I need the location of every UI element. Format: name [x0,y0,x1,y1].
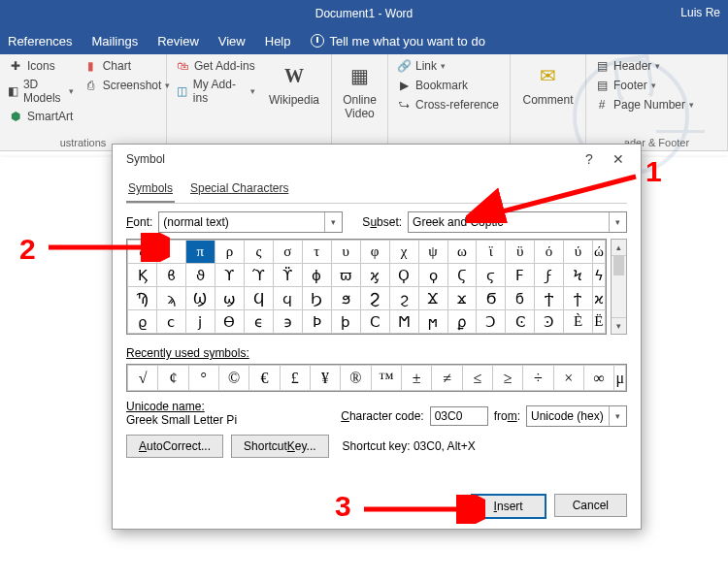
font-combo[interactable]: (normal text) ▾ [158,211,343,233]
symbol-cell[interactable]: Ϣ [185,287,215,310]
symbol-grid[interactable]: ςπρςστυφχψωϊϋόύώϏϐϑϒϓϔϕϖϗϘϙϚϛϜϝϞϟϠϡϢϣϤϥϦ… [126,239,607,335]
recent-symbol-cell[interactable]: ≠ [432,366,462,391]
comment-button[interactable]: ✉ Comment [518,58,578,109]
symbol-cell[interactable]: ϩ [389,287,418,310]
symbol-cell[interactable]: ώ [592,241,605,264]
scroll-down-icon[interactable]: ▾ [612,317,626,334]
recent-symbol-cell[interactable]: × [553,366,583,391]
my-addins-button[interactable]: ◫My Add-ins [175,78,255,105]
symbol-cell[interactable]: Ϲ [360,310,389,334]
symbol-cell[interactable]: ϋ [506,241,535,264]
symbol-cell[interactable]: ϐ [157,264,186,287]
symbol-cell[interactable]: ς [128,241,157,264]
dialog-close-button[interactable]: ✕ [604,145,633,174]
symbol-cell[interactable]: ϱ [128,310,157,334]
symbol-cell[interactable]: Ϯ [535,287,564,310]
symbol-cell[interactable]: Ϩ [360,287,389,310]
symbol-cell[interactable]: Ѐ [564,310,593,334]
symbol-cell[interactable]: ϻ [418,310,447,334]
symbol-cell[interactable]: π [185,241,215,264]
symbol-cell[interactable]: ρ [215,241,244,264]
symbol-cell[interactable]: Ϥ [244,287,273,310]
from-combo[interactable]: Unicode (hex) ▾ [526,405,627,427]
link-button[interactable]: 🔗Link [396,58,502,74]
symbol-cell[interactable]: ϵ [244,310,273,334]
scroll-up-icon[interactable]: ▴ [612,240,626,256]
symbol-cell[interactable]: Ϗ [128,264,157,287]
tab-references[interactable]: References [8,34,72,48]
symbol-cell[interactable]: ϓ [244,264,273,287]
symbol-cell[interactable]: ϟ [592,264,605,287]
symbol-cell[interactable]: ϑ [185,264,215,287]
recent-symbol-cell[interactable]: © [218,366,248,391]
grid-scrollbar[interactable]: ▴ ▾ [611,239,627,335]
recent-symbol-cell[interactable]: ¢ [158,366,188,391]
symbol-cell[interactable]: Ϸ [302,310,331,334]
symbol-cell[interactable]: ϫ [447,287,477,310]
symbol-cell[interactable]: Ϛ [447,264,477,287]
symbol-cell[interactable]: ϳ [185,310,215,334]
symbol-cell[interactable]: ς [244,241,273,264]
pagenumber-button[interactable]: #Page Number [594,97,719,113]
tab-mailings[interactable]: Mailings [91,34,138,48]
tab-special-characters[interactable]: Special Characters [188,178,290,203]
symbol-cell[interactable]: Ͼ [506,310,535,334]
cancel-button[interactable]: Cancel [554,494,627,517]
recent-symbol-cell[interactable]: ÷ [523,366,553,391]
symbol-cell[interactable]: ϰ [592,287,605,310]
recent-symbol-cell[interactable]: ® [341,366,371,391]
symbol-cell[interactable]: υ [331,241,360,264]
symbol-cell[interactable]: ω [447,241,477,264]
insert-button[interactable]: Insert [471,494,546,519]
symbol-cell[interactable]: ϙ [418,264,447,287]
symbol-cell[interactable]: ϴ [215,310,244,334]
symbol-cell[interactable]: χ [389,241,418,264]
tab-review[interactable]: Review [157,34,199,48]
symbol-cell[interactable]: ϭ [506,287,535,310]
symbol-cell[interactable]: Ϝ [506,264,535,287]
symbol-cell[interactable]: ϡ [157,287,186,310]
symbol-cell[interactable]: ϲ [157,310,186,334]
screenshot-button[interactable]: ⎙Screenshot [83,78,171,93]
symbol-cell[interactable]: ϝ [535,264,564,287]
symbol-cell[interactable]: ϖ [331,264,360,287]
symbol-cell[interactable]: ϧ [331,287,360,310]
recent-symbol-cell[interactable]: μ [614,366,626,391]
symbol-cell[interactable]: ϯ [564,287,593,310]
dropdown-icon[interactable]: ▾ [324,212,342,232]
symbol-cell[interactable]: ϶ [273,310,302,334]
recent-symbol-cell[interactable]: √ [128,366,158,391]
shortcutkey-button[interactable]: Shortcut Key... [231,435,329,458]
autocorrect-button[interactable]: AutoCorrect... [126,435,223,458]
symbol-cell[interactable]: σ [273,241,302,264]
dropdown-icon[interactable]: ▾ [609,406,626,426]
crossref-button[interactable]: ⮑Cross-reference [396,97,502,113]
recent-symbol-cell[interactable]: ™ [371,366,402,391]
recent-grid[interactable]: √¢°©€£¥®™±≠≤≥÷×∞μ [126,364,627,392]
bookmark-button[interactable]: ▶Bookmark [396,78,502,93]
symbol-cell[interactable]: τ [302,241,331,264]
scroll-thumb[interactable] [613,256,624,275]
symbol-cell[interactable]: ϊ [477,241,506,264]
symbol-cell[interactable]: ύ [564,241,593,264]
recent-symbol-cell[interactable]: ∞ [583,366,613,391]
tab-help[interactable]: Help [265,34,291,48]
subset-combo[interactable]: Greek and Coptic ▾ [408,211,627,233]
symbol-cell[interactable]: Ϙ [389,264,418,287]
symbol-cell[interactable]: Ϡ [128,287,157,310]
tab-symbols[interactable]: Symbols [126,178,175,203]
symbol-cell[interactable]: ψ [418,241,447,264]
symbol-cell[interactable]: ό [535,241,564,264]
symbol-cell[interactable] [157,241,186,264]
symbol-cell[interactable]: ϸ [331,310,360,334]
smartart-button[interactable]: ⬢SmartArt [8,109,74,124]
symbol-cell[interactable]: φ [360,241,389,264]
recent-symbol-cell[interactable]: ≥ [493,366,523,391]
charcode-input[interactable]: 03C0 [430,406,488,426]
symbol-cell[interactable]: ϕ [302,264,331,287]
header-button[interactable]: ▤Header [594,58,719,74]
recent-symbol-cell[interactable]: ± [402,366,432,391]
symbol-cell[interactable]: ϣ [215,287,244,310]
online-video-button[interactable]: ▦ Online Video [340,58,380,122]
symbol-cell[interactable]: Ϫ [418,287,447,310]
